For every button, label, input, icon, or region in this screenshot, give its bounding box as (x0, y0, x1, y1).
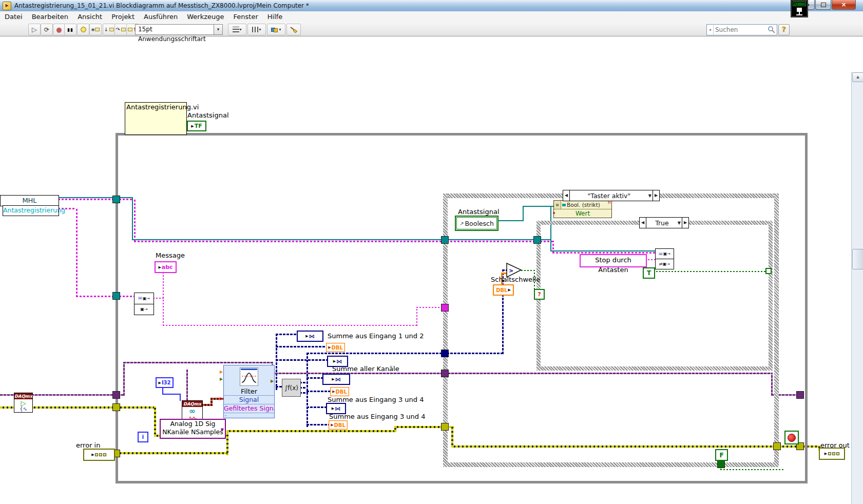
daqmx-start-task-node[interactable]: DAQmx ▷{∿ (14, 393, 33, 413)
close-button[interactable]: × (832, 0, 856, 10)
property-node-bool-strict[interactable]: ▤ Bool. (strikt) ?! Wert (553, 200, 612, 218)
pause-button[interactable]: ▮▮ (64, 24, 76, 35)
terminal-arrow-icon: ▶ (824, 452, 827, 456)
step-over-button[interactable]: ↷ (114, 24, 127, 35)
dropdown-icon[interactable]: ▼ (221, 426, 224, 434)
menu-projekt[interactable]: Projekt (107, 11, 139, 22)
true-constant[interactable]: T (643, 267, 655, 279)
wire-dynamic (306, 391, 330, 392)
vertical-scrollbar[interactable]: ▲ ▼ (851, 72, 863, 504)
run-continuous-button[interactable]: ⟳ (41, 24, 53, 35)
queue-type-constant[interactable]: Antastregistrierung (3, 205, 59, 216)
tunnel-dynamic[interactable] (441, 350, 449, 357)
font-selector[interactable]: 15pt Anwendungsschriftart (135, 24, 217, 35)
tunnel-boolean-out[interactable] (765, 268, 772, 274)
tunnel-queue[interactable] (441, 236, 449, 244)
tunnel-task[interactable] (441, 370, 449, 377)
highlight-execution-button[interactable] (77, 24, 89, 35)
search-sidebutton[interactable]: ◂ (707, 25, 714, 34)
case-structure-border-right[interactable] (774, 193, 779, 467)
menu-ansicht[interactable]: Ansicht (73, 11, 107, 22)
case-next-arrow-icon[interactable]: ▶ (653, 190, 659, 201)
case-prev-arrow-icon[interactable]: ◀ (563, 190, 570, 201)
dbl-indicator-sum12[interactable]: ▶DBL (326, 343, 345, 352)
schaltschwelle-dbl-control[interactable]: DBL▶ (493, 284, 514, 296)
abort-button[interactable]: ● (53, 24, 65, 35)
inner-case-selector-label[interactable]: ◀ True ▼ ▶ (639, 217, 689, 228)
retain-wire-values-button[interactable]: ◉ (89, 24, 102, 35)
menu-ausfuehren[interactable]: Ausführen (139, 11, 182, 22)
tunnel-error[interactable] (441, 423, 449, 431)
menu-fenster[interactable]: Fenster (229, 11, 263, 22)
menu-bearbeiten[interactable]: Bearbeiten (27, 11, 73, 22)
dequeue-message-node[interactable]: ✉▣→ ▣→ (134, 293, 154, 315)
inner-case-border-right[interactable] (769, 221, 773, 371)
align-objects-button[interactable]: ▾ (228, 24, 246, 35)
tunnel-string[interactable] (441, 304, 449, 312)
tunnel-queue[interactable] (112, 292, 120, 300)
tunnel-queue[interactable] (533, 236, 541, 244)
tunnel-task[interactable] (796, 391, 804, 399)
iteration-i: i (142, 434, 144, 440)
enqueue-message-node[interactable]: ✉▣→ ⇄▣→ (655, 248, 674, 269)
tunnel-error[interactable] (773, 442, 781, 450)
integral-node[interactable]: ∫f(x) (282, 379, 301, 397)
antastsignal-boolean-terminal[interactable]: ▶TF (187, 121, 206, 131)
context-help-button[interactable]: ? (778, 24, 790, 35)
case-dropdown-icon[interactable]: ▼ (648, 193, 653, 198)
daqmx-read-selector[interactable]: Analog 1D Sig NKanäle NSamples ▼ (160, 419, 226, 439)
message-string-terminal[interactable]: ▶abc (155, 261, 177, 273)
vi-connector-icon[interactable]: ZX8000 (791, 1, 808, 17)
distribute-objects-button[interactable]: ▾ (247, 24, 266, 35)
inner-case-border-bottom[interactable] (536, 366, 773, 371)
i32-terminal[interactable]: ▶I32 (156, 377, 174, 388)
cleanup-diagram-button[interactable] (286, 24, 301, 35)
filter-express-vi[interactable]: Filter Signal Gefiltertes Signal ⌄ (223, 365, 275, 418)
free-label-comment[interactable]: Antastregistrierung.vi (125, 102, 187, 135)
wire-daqmx-task (31, 394, 124, 396)
dynamic-indicator-sum12[interactable]: ▶⋈ (297, 331, 323, 342)
case-next-arrow-icon[interactable]: ▶ (682, 218, 688, 228)
error-out-terminal[interactable]: ▶ (819, 448, 845, 460)
dynamic-indicator[interactable]: ▶⋈ (322, 374, 350, 385)
expand-chevron-icon[interactable]: ⌄ (224, 413, 274, 418)
node-icon (121, 28, 126, 31)
reorder-objects-button[interactable]: ▾ (267, 24, 285, 35)
false-constant[interactable]: F (715, 449, 728, 461)
case-selector-terminal[interactable]: ? (534, 289, 545, 300)
loop-iteration-terminal[interactable]: i (138, 432, 148, 442)
run-button[interactable]: ▷ (28, 24, 41, 35)
daqmx-read-node[interactable]: DAQmx ∞∿∿ (182, 400, 203, 421)
property-wert[interactable]: Wert (554, 210, 611, 217)
loop-condition-terminal[interactable] (784, 431, 799, 444)
block-diagram[interactable]: Antastregistrierung.vi Antastsignal ▶TF … (0, 36, 863, 504)
dbl-indicator-sum34[interactable]: ▶DBL (329, 420, 348, 430)
outer-case-selector-label[interactable]: ◀ "Taster aktiv" ▼ ▶ (563, 190, 660, 201)
scrollbar-thumb[interactable] (852, 249, 863, 269)
title-bar[interactable]: ▶ Antastregistrierung_15_01_21.vi Blockd… (0, 0, 863, 12)
case-structure-border-bottom[interactable] (443, 462, 779, 467)
dbl-indicator[interactable]: ▶DBL (330, 387, 349, 396)
error-in-terminal[interactable]: ▶ (83, 449, 115, 461)
local-variable-boolesch[interactable]: ↗ Boolesch (455, 216, 498, 230)
case-dropdown-icon[interactable]: ▼ (678, 221, 682, 225)
tunnel-boolean[interactable] (717, 460, 725, 468)
filter-output-signal[interactable]: Gefiltertes Signal (224, 404, 274, 413)
tunnel-error[interactable] (112, 403, 120, 411)
font-selector-dropdown[interactable]: ▾ (214, 24, 223, 35)
restore-button[interactable] (815, 0, 831, 10)
queue-name-constant[interactable]: MHL (0, 195, 59, 206)
search-input[interactable] (714, 26, 768, 33)
filter-input-signal[interactable]: Signal (224, 395, 274, 404)
menu-werkzeuge[interactable]: Werkzeuge (182, 11, 228, 22)
reorder-icon (274, 28, 278, 32)
case-prev-arrow-icon[interactable]: ◀ (640, 218, 646, 228)
scroll-up-button[interactable]: ▲ (852, 72, 863, 82)
tunnel-task[interactable] (112, 391, 120, 399)
menu-datei[interactable]: Datei (0, 11, 27, 22)
stop-string-constant[interactable]: Stop durch Antasten (580, 254, 647, 267)
menu-hilfe[interactable]: Hilfe (263, 11, 287, 22)
step-into-button[interactable]: ↓ (103, 24, 115, 35)
tunnel-queue[interactable] (112, 196, 120, 203)
wire-boolean (720, 469, 785, 470)
